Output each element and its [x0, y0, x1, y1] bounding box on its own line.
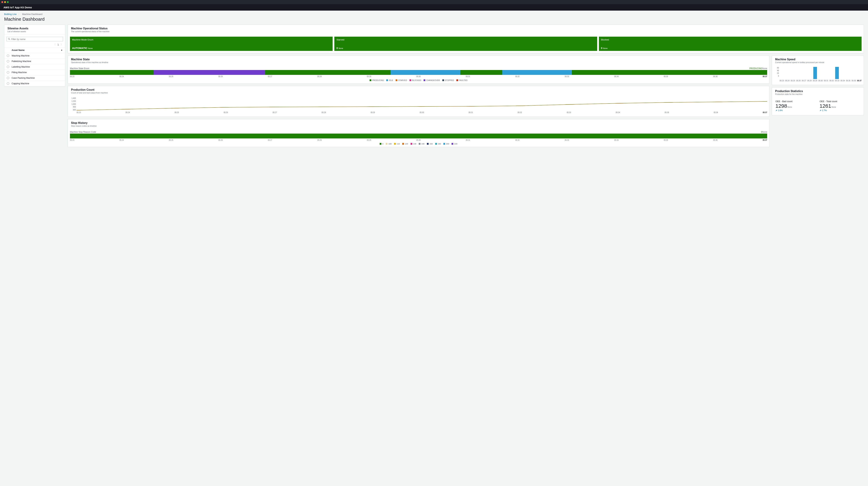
page-prev-icon[interactable]: 〈	[53, 43, 56, 46]
sidebar-title: Sitewise Assets	[7, 27, 62, 30]
bar-slot	[818, 67, 823, 79]
trend-up-icon: ↗	[819, 109, 821, 112]
stop-timeline-chart	[70, 133, 767, 139]
filter-input-wrapper[interactable]	[6, 37, 63, 41]
axis-tick: 05:34	[841, 80, 845, 82]
axis-tick: 05:23	[780, 80, 784, 82]
stats-desc: Production stats for the machine	[775, 93, 861, 95]
window-minimize-icon[interactable]	[4, 1, 6, 3]
radio-icon[interactable]	[7, 60, 9, 63]
axis-tick: 05:32	[515, 139, 520, 141]
asset-name: Labelling Machine	[12, 65, 30, 68]
axis-tick: 05:26	[218, 139, 223, 141]
window-close-icon[interactable]	[1, 1, 3, 3]
legend-item: 150	[427, 143, 433, 145]
legend-item: 140	[419, 143, 425, 145]
sitewise-assets-panel: Sitewise Assets List of sitewise assets …	[4, 25, 65, 86]
timeline-segment	[70, 133, 767, 139]
asset-table-header[interactable]: Asset Name ▼	[4, 47, 65, 53]
axis-tick: 05:33	[835, 80, 839, 82]
asset-row[interactable]: Palletizing Machine	[4, 59, 65, 64]
production-count-chart: 1,4001,2001,000800600	[70, 97, 767, 111]
stat-block: OEE - Total count 1261None ↗1.7%	[819, 100, 860, 112]
breadcrumb: Bottling Line 〉 Machine Dashboard	[0, 10, 868, 17]
tile-value: AUTOMATICNone	[72, 47, 331, 50]
timeline-segment	[70, 70, 154, 75]
axis-tick: 05:31	[469, 112, 473, 114]
radio-icon[interactable]	[7, 66, 9, 68]
asset-row[interactable]: Case Packing Machine	[4, 75, 65, 81]
timeline-segment	[391, 70, 460, 75]
radio-icon[interactable]	[7, 82, 9, 85]
svg-line-1	[9, 39, 10, 40]
axis-tick: 05:27	[268, 139, 272, 141]
axis-tick: 05:36	[713, 139, 717, 141]
axis-tick: 05:27	[802, 80, 806, 82]
stop-history-panel: Stop History Stop reason codes as timeli…	[68, 119, 769, 147]
sort-caret-icon[interactable]: ▼	[61, 49, 63, 51]
status-desc: The current operational status of the ma…	[71, 30, 861, 32]
asset-name: Capping Machine	[12, 82, 29, 85]
svg-point-29	[664, 102, 673, 103]
state-current: PRODUCINGNone	[749, 67, 767, 70]
axis-tick: 05:30	[416, 139, 421, 141]
svg-point-20	[220, 107, 229, 108]
axis-tick: 05:30	[416, 75, 421, 78]
stop-current: 0None	[761, 131, 767, 133]
bar-slot	[845, 67, 850, 79]
legend-item: STARVED	[396, 79, 407, 81]
prodcount-desc: Count of total and bad output from machi…	[71, 92, 766, 94]
legend-item: 120	[402, 143, 408, 145]
legend-item: 0	[380, 143, 383, 145]
state-desc: Operational state of the machine as time…	[71, 61, 766, 63]
radio-icon[interactable]	[7, 71, 9, 74]
page-number: 1	[58, 43, 59, 46]
axis-tick: 05:31	[824, 80, 828, 82]
asset-row[interactable]: Washing Machine	[4, 53, 65, 59]
page-next-icon[interactable]: 〉	[61, 43, 63, 46]
machine-state-panel: Machine State Operational state of the m…	[68, 56, 769, 84]
state-series-label: Machine State Enum	[70, 67, 89, 70]
bar	[835, 67, 839, 79]
svg-point-9	[417, 106, 427, 107]
axis-tick: 05:35	[664, 139, 668, 141]
bar-slot	[856, 67, 862, 79]
prodcount-title: Production Count	[71, 88, 766, 91]
axis-tick: 05:26	[218, 75, 223, 78]
timeline-segment	[154, 70, 265, 75]
timeline-segment	[572, 70, 767, 75]
window-zoom-icon[interactable]	[7, 1, 9, 3]
breadcrumb-current: Machine Dashboard	[22, 13, 42, 16]
axis-tick: 05:27	[268, 75, 272, 78]
asset-row[interactable]: Capping Machine	[4, 81, 65, 86]
bar-slot	[824, 67, 829, 79]
asset-name: Filling Machine	[12, 71, 27, 74]
bar-slot	[851, 67, 856, 79]
axis-tick: 05:34	[614, 139, 619, 141]
axis-tick: 05:33	[565, 75, 569, 78]
bar-slot	[796, 67, 801, 79]
axis-tick: 05:35	[665, 112, 669, 114]
axis-tick: 05:34	[616, 112, 620, 114]
svg-point-25	[466, 106, 476, 107]
legend-item: PRODUCING	[370, 79, 384, 81]
asset-row[interactable]: Labelling Machine	[4, 64, 65, 70]
svg-point-7	[318, 107, 328, 107]
legend-item: FAULTED	[456, 79, 467, 81]
radio-icon[interactable]	[7, 55, 9, 57]
bar-slot	[829, 67, 834, 79]
asset-name: Washing Machine	[12, 54, 30, 57]
bar-slot	[785, 67, 790, 79]
timeline-segment	[460, 70, 502, 75]
radio-icon[interactable]	[7, 77, 9, 79]
axis-tick: 05:29	[813, 80, 817, 82]
breadcrumb-root-link[interactable]: Bottling Line	[4, 13, 17, 16]
stat-unit: None	[787, 106, 792, 108]
legend-item: 160	[435, 143, 441, 145]
filter-input[interactable]	[11, 38, 61, 40]
status-tile: Starved 0None	[334, 37, 597, 51]
tile-label: Machine Mode Enum	[72, 38, 331, 41]
state-title: Machine State	[71, 58, 766, 61]
axis-tick: 05:32	[830, 80, 834, 82]
asset-row[interactable]: Filling Machine	[4, 70, 65, 75]
